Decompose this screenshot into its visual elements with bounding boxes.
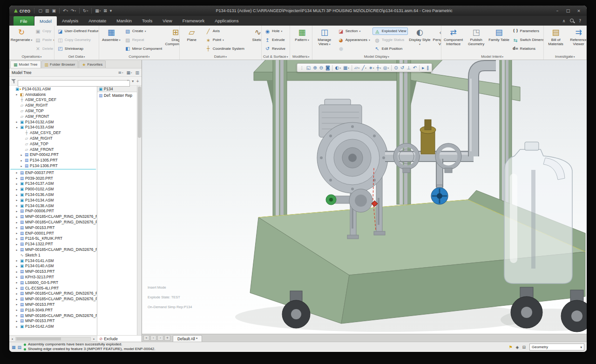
expander-icon[interactable]: ▸ bbox=[15, 325, 19, 328]
saved-orientations-icon[interactable]: ▦▾ bbox=[342, 65, 350, 70]
expander-icon[interactable]: ▸ bbox=[15, 243, 19, 246]
expander-icon[interactable]: ▸ bbox=[15, 270, 19, 273]
button-copy[interactable]: ▣Copy bbox=[33, 27, 54, 35]
exclude-row[interactable]: ⊘ Exclude bbox=[97, 336, 142, 342]
button-point[interactable]: ∗Point▾ bbox=[203, 36, 246, 44]
tab-manikin[interactable]: Manikin bbox=[111, 16, 137, 26]
tree-item[interactable]: ▸▤LS6600_G0-5.PRT bbox=[9, 280, 97, 285]
tree-item[interactable]: ┼ASM_CSYS_DEF bbox=[9, 97, 97, 103]
tab-tools[interactable]: Tools bbox=[137, 16, 157, 26]
annotation-display-icon[interactable]: ◎▾ bbox=[382, 65, 390, 70]
group-label-modifiers[interactable]: Modifiers ▾ bbox=[291, 54, 311, 60]
tree-item[interactable]: ▸▤MNP-00185<CLAMP_RING_DIN32676_FL_ bbox=[9, 219, 97, 225]
tab-framework[interactable]: Framework bbox=[177, 16, 210, 26]
tree-item[interactable]: ▸▤MNP-00153.PRT bbox=[9, 225, 97, 230]
button-user-defined-feature[interactable]: ◪User-Defined Feature bbox=[55, 27, 99, 35]
button-switch-dimensions[interactable]: ⇆Switch Dimensions bbox=[511, 36, 544, 44]
tree-item[interactable]: ▸▤P039-3020.PRT bbox=[9, 175, 97, 181]
tree-horizontal-scrollbar[interactable]: ◂ ▸ bbox=[9, 336, 97, 342]
tree-item[interactable]: ▱ASM_RIGHT bbox=[9, 135, 97, 141]
expander-icon[interactable]: ▸ bbox=[15, 281, 19, 284]
search-add-icon[interactable]: + bbox=[135, 79, 140, 83]
pause-animation-icon[interactable]: ∥ bbox=[426, 65, 430, 70]
expander-icon[interactable]: ▸ bbox=[15, 303, 19, 306]
group-label-datum[interactable]: Datum ▾ bbox=[181, 54, 260, 60]
tab-model[interactable]: Model bbox=[34, 16, 57, 26]
button-revolve[interactable]: ↺Revolve bbox=[263, 45, 287, 52]
tree-item[interactable]: ▸▤MNP-00153.PRT bbox=[9, 269, 97, 274]
tree-display-options-icon[interactable]: ▦▾ bbox=[126, 70, 132, 75]
tab-file[interactable]: File bbox=[14, 16, 34, 26]
filter-funnel-icon[interactable] bbox=[11, 79, 16, 84]
group-label-component[interactable]: Component ▾ bbox=[100, 54, 178, 60]
button-component-interface[interactable]: ⇄Component Interface bbox=[442, 26, 465, 54]
new-icon[interactable]: ▢ bbox=[37, 8, 43, 13]
group-label-model-intent[interactable]: Model Intent ▾ bbox=[442, 54, 542, 60]
button-axis[interactable]: ╱Axis bbox=[203, 27, 246, 35]
button-extrude[interactable]: ↥Extrude bbox=[263, 36, 287, 44]
tree-item[interactable]: ▸▤MNP-00153.PRT bbox=[9, 302, 97, 307]
expander-icon[interactable]: ▸ bbox=[15, 221, 19, 224]
tree-item[interactable]: ▸▤KPH3-3213.PRT bbox=[9, 274, 97, 280]
next-view-tab-button[interactable]: › bbox=[157, 335, 163, 341]
tree-item[interactable]: ▣▪P134-0131.ASM bbox=[9, 86, 97, 92]
tree-item[interactable]: ▱ASM_FRONT bbox=[9, 147, 97, 152]
tree-filters-icon[interactable]: ≡▾ bbox=[118, 70, 123, 75]
model-events-icon[interactable]: ◈ bbox=[516, 345, 519, 350]
tree-item[interactable]: ▸▤P134-1322.PRT bbox=[9, 241, 97, 247]
button-sketch[interactable]: ∿Sketch bbox=[247, 26, 262, 54]
tree-item[interactable]: ▱ASM_TOP bbox=[9, 108, 97, 114]
plane-display-icon[interactable]: ▱▾ bbox=[353, 65, 360, 70]
button-toggle-status[interactable]: ◍Toggle Status bbox=[372, 36, 408, 44]
tree-item[interactable]: ▱ASM_RIGHT bbox=[9, 102, 97, 108]
tree-item[interactable]: ▸▤MNP-00185<CLAMP_RING_DIN32676_FL_ bbox=[9, 296, 97, 302]
previous-view-icon[interactable]: ↶ bbox=[412, 65, 418, 70]
full-screen-icon[interactable]: ⊟ bbox=[522, 345, 526, 350]
expander-icon[interactable]: ▸ bbox=[15, 120, 19, 123]
expander-icon[interactable]: ▸ bbox=[15, 297, 19, 301]
play-animation-icon[interactable]: ▸ bbox=[421, 65, 425, 70]
button-drag-components[interactable]: ⊞Drag Components bbox=[164, 26, 180, 54]
expander-icon[interactable]: ▸ bbox=[15, 204, 19, 207]
expander-icon[interactable]: ▸ bbox=[15, 215, 19, 218]
tree-item[interactable]: ▸▤CL-EC505-4LI.PRT bbox=[9, 285, 97, 291]
flag-icon[interactable]: ⚑ bbox=[508, 345, 512, 350]
tab-annotate[interactable]: Annotate bbox=[83, 16, 111, 26]
save-icon[interactable]: ▣ bbox=[51, 8, 57, 13]
expander-icon[interactable]: ▸ bbox=[15, 198, 19, 202]
first-view-tab-button[interactable]: « bbox=[143, 335, 149, 341]
tree-item[interactable]: ▸▤ENP-00042.PRT bbox=[9, 152, 97, 158]
display-style-toggle-icon[interactable]: ◐▾ bbox=[334, 65, 342, 70]
group-label-cut-surface[interactable]: Cut & Surface ▾ bbox=[263, 54, 288, 60]
button-plane[interactable]: ▱Plane bbox=[181, 26, 203, 54]
expander-icon[interactable]: ▸ bbox=[15, 264, 19, 268]
button-assemble[interactable]: ▦Assemble ▾ bbox=[100, 26, 122, 54]
button-publish-geometry[interactable]: ◳Publish Geometry bbox=[465, 26, 488, 54]
group-label-model-display[interactable]: Model Display ▾ bbox=[313, 54, 440, 60]
button-pattern[interactable]: ▦Pattern ▾ bbox=[291, 26, 312, 54]
help-icon[interactable]: ? bbox=[579, 19, 581, 23]
button-bill-of-materials[interactable]: ▤Bill of Materials bbox=[545, 26, 567, 54]
button-mirror-component[interactable]: ◧Mirror Component bbox=[123, 45, 164, 52]
panel-tab-model-tree[interactable]: ▦Model Tree bbox=[10, 61, 41, 68]
expander-icon[interactable]: ▸ bbox=[15, 248, 19, 251]
new-view-tab-button[interactable]: + bbox=[164, 335, 170, 341]
expander-icon[interactable]: ▸ bbox=[20, 153, 23, 156]
tree-item[interactable]: ∿Sketch 1 bbox=[9, 252, 97, 258]
maximize-button[interactable]: □ bbox=[563, 8, 573, 13]
close-button[interactable]: × bbox=[574, 8, 583, 13]
open-icon[interactable]: ▥ bbox=[44, 8, 50, 13]
rep-row[interactable]: ▥ Def: Master Rep bbox=[97, 92, 137, 98]
button-shrinkwrap[interactable]: ◰Shrinkwrap bbox=[55, 45, 99, 52]
expander-icon[interactable]: ▸ bbox=[15, 292, 19, 295]
expander-icon[interactable]: ▸ bbox=[20, 159, 23, 162]
group-label-investigate[interactable]: Investigate ▾ bbox=[545, 54, 585, 60]
previous-view-tab-button[interactable]: ‹ bbox=[150, 335, 156, 341]
refit-icon[interactable]: ◱ bbox=[305, 65, 312, 70]
command-search-icon[interactable] bbox=[569, 18, 575, 23]
view-tab-default-all[interactable]: Default All * bbox=[173, 335, 202, 342]
expander-icon[interactable]: ▸ bbox=[15, 231, 19, 235]
minimize-ribbon-icon[interactable]: ∧ bbox=[562, 19, 566, 23]
button-regenerate[interactable]: ↻Regenerate ▾ bbox=[10, 26, 33, 54]
regenerate-quick-icon[interactable]: ↻▾ bbox=[82, 8, 89, 13]
